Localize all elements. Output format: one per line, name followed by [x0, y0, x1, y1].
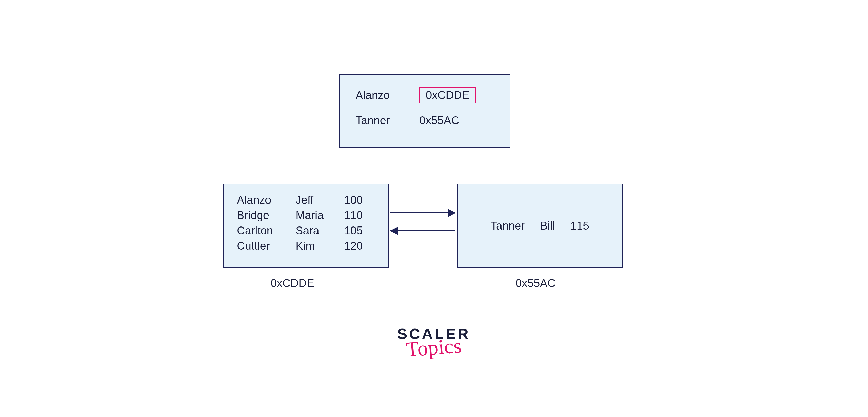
block-address-label: 0xCDDE	[271, 277, 314, 289]
table-row: Cuttler Kim 120	[237, 239, 376, 252]
cell-value: 100	[344, 194, 367, 206]
table-row: Bridge Maria 110	[237, 209, 376, 222]
index-key: Tanner	[355, 114, 401, 127]
cell-last: Bridge	[237, 209, 280, 222]
cell-last: Cuttler	[237, 239, 280, 252]
cell-value: 120	[344, 239, 367, 252]
cell-last: Tanner	[491, 219, 525, 232]
brand-logo: SCALER Topics	[389, 325, 478, 360]
data-block-left: Alanzo Jeff 100 Bridge Maria 110 Carlton…	[223, 184, 389, 268]
link-arrows-icon	[389, 201, 457, 242]
cell-first: Bill	[540, 219, 555, 232]
index-row: Tanner 0x55AC	[355, 114, 494, 127]
table-row: Tanner Bill 115	[491, 219, 589, 232]
index-addr-highlighted: 0xCDDE	[419, 87, 476, 103]
index-row: Alanzo 0xCDDE	[355, 87, 494, 103]
cell-first: Kim	[296, 239, 329, 252]
data-block-right: Tanner Bill 115	[457, 184, 623, 268]
cell-value: 105	[344, 224, 367, 237]
index-box: Alanzo 0xCDDE Tanner 0x55AC	[339, 74, 510, 148]
table-row: Alanzo Jeff 100	[237, 194, 376, 206]
cell-first: Jeff	[296, 194, 329, 206]
index-addr: 0x55AC	[419, 114, 459, 127]
cell-last: Alanzo	[237, 194, 280, 206]
logo-sub-text: Topics	[405, 334, 462, 362]
index-key: Alanzo	[355, 89, 401, 101]
cell-last: Carlton	[237, 224, 280, 237]
cell-first: Maria	[296, 209, 329, 222]
diagram-canvas: Alanzo 0xCDDE Tanner 0x55AC Alanzo Jeff …	[0, 0, 868, 417]
cell-first: Sara	[296, 224, 329, 237]
cell-value: 110	[344, 209, 367, 222]
cell-value: 115	[570, 219, 589, 232]
block-address-label: 0x55AC	[516, 277, 556, 289]
table-row: Carlton Sara 105	[237, 224, 376, 237]
